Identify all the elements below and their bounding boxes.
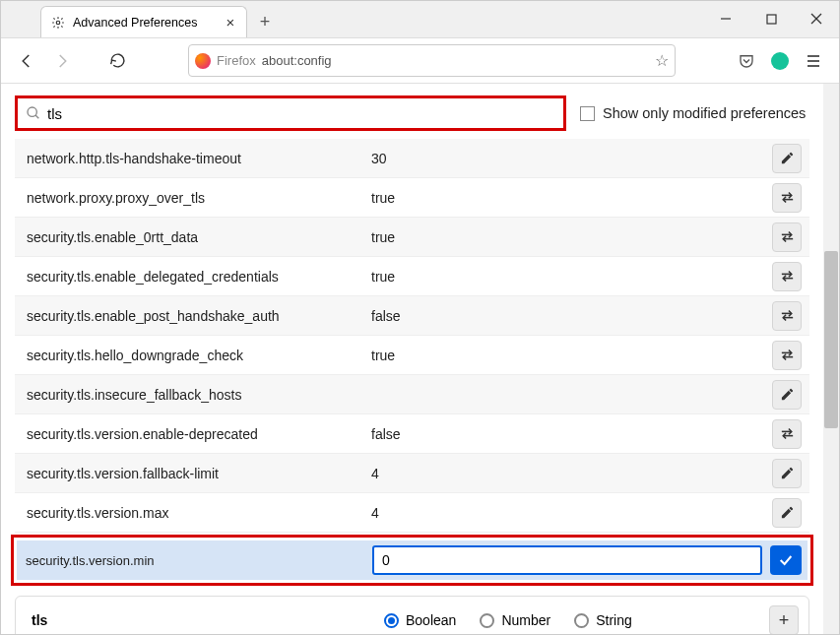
toggle-arrows-icon [779, 307, 796, 324]
toggle-arrows-icon [779, 189, 796, 206]
pref-name: security.tls.hello_downgrade_check [27, 348, 371, 363]
app-menu-button[interactable] [800, 47, 827, 75]
type-radio-group: Boolean Number String [384, 612, 632, 628]
maximize-button[interactable] [748, 0, 794, 37]
close-tab-icon[interactable]: × [223, 14, 238, 31]
toggle-arrows-icon [779, 268, 796, 285]
preference-row[interactable]: security.tls.version.enable-deprecatedfa… [15, 414, 809, 454]
radio-boolean[interactable]: Boolean [384, 612, 456, 628]
toggle-arrows-icon [779, 425, 796, 442]
pref-value: true [371, 348, 772, 363]
preference-row[interactable]: security.tls.version.fallback-limit4 [15, 454, 809, 493]
preference-row[interactable]: network.proxy.proxy_over_tlstrue [15, 178, 809, 218]
gear-icon [51, 16, 65, 30]
titlebar: Advanced Preferences × + [1, 1, 839, 38]
pref-value: true [371, 269, 772, 285]
preference-row[interactable]: security.tls.insecure_fallback_hosts [15, 375, 809, 414]
search-box-highlight [15, 95, 566, 131]
back-button[interactable] [13, 47, 40, 75]
show-modified-toggle[interactable]: Show only modified preferences [580, 105, 806, 121]
urlbar-brand: Firefox [217, 53, 256, 68]
pref-name: security.tls.enable_0rtt_data [27, 229, 371, 245]
nav-toolbar: Firefox about:config ☆ [1, 38, 839, 84]
pref-name: security.tls.version.min [26, 553, 364, 568]
pref-value-input[interactable] [372, 545, 762, 575]
toggle-button[interactable] [772, 301, 802, 331]
add-button[interactable]: + [769, 605, 799, 635]
radio-icon[interactable] [574, 613, 589, 628]
pref-name: security.tls.enable_delegated_credential… [27, 269, 371, 285]
toggle-arrows-icon [779, 228, 796, 245]
preference-row[interactable]: security.tls.enable_post_handshake_authf… [15, 296, 809, 336]
pocket-icon[interactable] [733, 47, 760, 75]
preference-list: network.http.tls-handshake-timeout30netw… [1, 139, 823, 533]
pref-name: security.tls.version.enable-deprecated [27, 426, 371, 442]
edit-button[interactable] [772, 459, 802, 488]
checkbox-icon[interactable] [580, 106, 595, 121]
toggle-button[interactable] [772, 341, 802, 370]
pencil-icon [780, 505, 795, 520]
preference-row[interactable]: security.tls.version.max4 [15, 493, 809, 533]
preference-row-editing: security.tls.version.min [17, 540, 808, 580]
minimize-button[interactable] [703, 0, 748, 37]
pref-search-input[interactable] [47, 105, 555, 122]
toggle-button[interactable] [772, 262, 802, 291]
preference-row[interactable]: security.tls.enable_0rtt_datatrue [15, 218, 809, 257]
svg-point-8 [28, 107, 36, 116]
forward-button[interactable] [48, 47, 76, 75]
preference-row[interactable]: network.http.tls-handshake-timeout30 [15, 139, 809, 178]
window-controls [703, 0, 839, 37]
pref-value: false [371, 308, 772, 324]
toggle-button[interactable] [772, 183, 802, 213]
add-pref-panel: tls Boolean Number String + [15, 596, 809, 635]
firefox-logo-icon [195, 53, 211, 69]
pref-value: false [371, 426, 772, 442]
toggle-button[interactable] [772, 222, 802, 252]
pencil-icon [780, 466, 795, 480]
edit-button[interactable] [772, 380, 802, 410]
radio-number[interactable]: Number [480, 612, 550, 628]
svg-point-0 [56, 21, 60, 25]
browser-tab[interactable]: Advanced Preferences × [40, 6, 247, 37]
pref-name: network.proxy.proxy_over_tls [27, 190, 371, 206]
urlbar-address: about:config [262, 53, 332, 68]
pref-value: true [371, 229, 772, 245]
pref-name: security.tls.insecure_fallback_hosts [27, 387, 371, 403]
pref-name: security.tls.version.max [27, 505, 371, 521]
preference-row[interactable]: security.tls.enable_delegated_credential… [15, 257, 809, 296]
toggle-arrows-icon [779, 347, 796, 363]
extension-icon[interactable] [766, 47, 794, 75]
about-config-content: Show only modified preferences network.h… [1, 84, 823, 635]
bookmark-star-icon[interactable]: ☆ [655, 51, 669, 70]
pref-value: true [371, 190, 772, 206]
pencil-icon [780, 387, 795, 402]
radio-icon[interactable] [384, 613, 399, 628]
toggle-button[interactable] [772, 419, 802, 449]
pref-name: network.http.tls-handshake-timeout [27, 151, 371, 166]
edit-button[interactable] [772, 144, 802, 173]
close-window-button[interactable] [794, 0, 839, 37]
pref-name: security.tls.version.fallback-limit [27, 466, 371, 481]
svg-rect-2 [767, 15, 776, 24]
save-button[interactable] [770, 545, 802, 575]
editing-row-highlight: security.tls.version.min [11, 535, 813, 586]
pref-value: 4 [371, 466, 772, 481]
radio-string[interactable]: String [574, 612, 632, 628]
scrollbar-thumb[interactable] [824, 251, 838, 428]
edit-button[interactable] [772, 498, 802, 528]
vertical-scrollbar[interactable] [823, 84, 839, 635]
new-tab-button[interactable]: + [251, 8, 279, 35]
tab-title: Advanced Preferences [73, 16, 197, 30]
reload-button[interactable] [103, 47, 131, 75]
show-modified-label: Show only modified preferences [603, 105, 806, 121]
new-pref-name: tls [32, 612, 366, 628]
url-bar[interactable]: Firefox about:config ☆ [188, 44, 676, 77]
pref-value: 30 [371, 151, 772, 166]
preference-row[interactable]: security.tls.hello_downgrade_checktrue [15, 336, 809, 375]
radio-icon[interactable] [480, 613, 494, 628]
search-icon [26, 105, 41, 121]
svg-line-9 [35, 115, 38, 118]
pref-value: 4 [371, 505, 772, 521]
check-icon [778, 552, 794, 568]
pref-name: security.tls.enable_post_handshake_auth [27, 308, 371, 324]
